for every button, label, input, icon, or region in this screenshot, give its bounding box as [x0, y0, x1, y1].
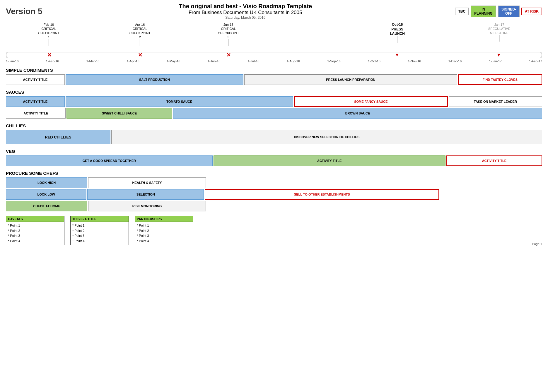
note-caveats: CAVEATS * Point 1 * Point 2 * Point 3 * … — [6, 216, 64, 245]
title-point-2: * Point 2 — [72, 228, 127, 234]
tick-5: ▼ — [496, 52, 501, 58]
section-title-chefs: PROCURE SOME CHEFS — [6, 171, 542, 176]
milestone-2-line — [140, 39, 140, 46]
axis-feb17: 1-Feb-17 — [529, 59, 542, 63]
chillies-rows: RED CHILLIES DISCOVER NEW SELECTION OF C… — [6, 130, 542, 144]
note-title-body: * Point 1 * Point 2 * Point 3 * Point 4 — [71, 222, 129, 245]
legend-signed-off: SIGNED-OFF — [498, 6, 520, 17]
bar-activity-title-veg-2: ACTIVITY TITLE — [446, 155, 542, 166]
chefs-row-2-spacer — [440, 189, 542, 200]
bar-look-low: LOOK LOW — [6, 189, 86, 200]
milestones-row: Feb-16CRITICALCHECKPOINT1 Apr-16CRITICAL… — [6, 23, 542, 52]
footer-notes: CAVEATS * Point 1 * Point 2 * Point 3 * … — [6, 216, 542, 245]
bar-tomato-sauce: TOMATO SAUCE — [66, 96, 293, 107]
section-chillies: CHILLIES RED CHILLIES DISCOVER NEW SELEC… — [6, 123, 542, 144]
note-partnerships: PARTNERSHIPS * Point 1 * Point 2 * Point… — [135, 216, 193, 245]
bar-activity-title-2: ACTIVITY TITLE — [6, 96, 65, 107]
note-caveats-body: * Point 1 * Point 2 * Point 3 * Point 4 — [6, 222, 64, 245]
bar-good-spread: Get a good spread together — [6, 155, 213, 166]
bar-activity-title-3: ACTIVITY TITLE — [6, 108, 66, 119]
caveats-point-3: * Point 3 — [8, 233, 62, 239]
note-partnerships-header: PARTNERSHIPS — [135, 216, 193, 222]
chefs-row-2: LOOK LOW SELECTION SELL TO OTHER ESTABLI… — [6, 189, 542, 200]
bar-sell-other: SELL TO OTHER ESTABLISHMENTS — [205, 189, 439, 200]
milestone-2: Apr-16CRITICALCHECKPOINT2 — [129, 23, 151, 46]
header-date: Saturday, March 05, 2016 — [42, 16, 448, 20]
partnerships-point-3: * Point 3 — [137, 233, 191, 239]
partnerships-point-2: * Point 2 — [137, 228, 191, 234]
milestone-3: Jun-16CRITICALCHECKPOINT3 — [218, 23, 239, 46]
page-number: Page 1 — [532, 242, 542, 246]
axis-jan16: 1-Jan-16 — [6, 59, 18, 63]
legend-at-risk: AT RISK — [521, 8, 542, 15]
milestone-2-label: Apr-16CRITICALCHECKPOINT2 — [129, 23, 151, 39]
veg-row-1: Get a good spread together ACTIVITY TITL… — [6, 155, 542, 166]
timeline-section: Feb-16CRITICALCHECKPOINT1 Apr-16CRITICAL… — [6, 23, 542, 63]
bar-look-high: LOOK HIGH — [6, 177, 87, 188]
sauces-rows: ACTIVITY TITLE TOMATO SAUCE SOME FANCY S… — [6, 96, 542, 119]
section-veg: VEG Get a good spread together ACTIVITY … — [6, 149, 542, 166]
milestone-1-label: Feb-16CRITICALCHECKPOINT1 — [38, 23, 59, 39]
bar-activity-title-veg: ACTIVITY TITLE — [214, 155, 445, 166]
axis-dec16: 1-Dec-16 — [448, 59, 462, 63]
bar-health-safety: HEALTH & SAFETY — [88, 177, 206, 188]
chefs-row-3: CHECK AT HOME RISK MONITORING — [6, 201, 542, 211]
milestone-5: Jan-17SPECULATIVEMILESTONE — [488, 23, 510, 42]
title-point-4: * Point 4 — [72, 239, 127, 244]
chefs-row-1-spacer — [207, 177, 542, 188]
bar-activity-title-1: ACTIVITY TITLE — [6, 74, 65, 85]
main-title: The original and best - Visio Roadmap Te… — [42, 3, 448, 10]
caveats-point-4: * Point 4 — [8, 239, 62, 244]
chillies-row-1: RED CHILLIES DISCOVER NEW SELECTION OF C… — [6, 130, 542, 144]
partnerships-point-4: * Point 4 — [137, 239, 191, 244]
legend-in-planning: INPLANNING — [471, 6, 496, 17]
version-label: Version 5 — [6, 7, 42, 16]
bar-salt-production: SALT PRODUCTION — [66, 74, 244, 85]
legend-tbc: TBC — [455, 8, 469, 15]
bar-red-chillies: RED CHILLIES — [6, 130, 110, 144]
sauces-row-1: ACTIVITY TITLE TOMATO SAUCE SOME FANCY S… — [6, 96, 542, 107]
tick-3: ✕ — [226, 52, 231, 58]
milestone-3-label: Jun-16CRITICALCHECKPOINT3 — [218, 23, 239, 39]
axis-apr16: 1-Apr-16 — [127, 59, 139, 63]
note-partnerships-body: * Point 1 * Point 2 * Point 3 * Point 4 — [135, 222, 193, 245]
caveats-point-2: * Point 2 — [8, 228, 62, 234]
section-title-sauces: SAUCES — [6, 90, 542, 95]
milestone-4-label: Oct-16PRESSLAUNCH — [390, 23, 405, 36]
title-point-3: * Point 3 — [72, 233, 127, 239]
bar-discover-new-chillies: DISCOVER NEW SELECTION OF CHILLIES — [111, 130, 542, 144]
bar-check-at-home: CHECK AT HOME — [6, 201, 87, 211]
caveats-point-1: * Point 1 — [8, 223, 62, 228]
axis-oct16: 1-Oct-16 — [368, 59, 380, 63]
timeline-bar: ✕ ✕ ✕ ▼ ▼ — [6, 52, 542, 58]
sub-title: From Business Documents UK Consultants i… — [42, 10, 448, 16]
axis-mar16: 1-Mar-16 — [86, 59, 100, 63]
axis-aug16: 1-Aug-16 — [287, 59, 300, 63]
sauces-row-2: ACTIVITY TITLE SWEET CHILLI SAUCE BROWN … — [6, 108, 542, 119]
bar-take-on-market-leader: TAKE ON MARKET LEADER — [449, 96, 542, 107]
axis-labels: 1-Jan-16 1-Feb-16 1-Mar-16 1-Apr-16 1-Ma… — [6, 59, 542, 63]
section-chefs: PROCURE SOME CHEFS LOOK HIGH HEALTH & SA… — [6, 171, 542, 211]
section-simple-condiments: SIMPLE CONDIMENTS ACTIVITY TITLE SALT PR… — [6, 68, 542, 85]
milestone-4: Oct-16PRESSLAUNCH — [390, 23, 405, 43]
condiments-rows: ACTIVITY TITLE SALT PRODUCTION PRESS LAU… — [6, 74, 542, 85]
title-point-1: * Point 1 — [72, 223, 127, 228]
axis-jun16: 1-Jun-16 — [208, 59, 220, 63]
section-title-chillies: CHILLIES — [6, 123, 542, 128]
tick-1: ✕ — [47, 52, 52, 58]
chefs-row-1: LOOK HIGH HEALTH & SAFETY — [6, 177, 542, 188]
tick-4: ▼ — [395, 52, 400, 58]
axis-nov16: 1-Nov-16 — [408, 59, 421, 63]
axis-may16: 1-May-16 — [167, 59, 180, 63]
note-caveats-header: CAVEATS — [6, 216, 64, 222]
bar-selection: SELECTION — [87, 189, 204, 200]
milestone-1-line — [49, 39, 49, 46]
milestone-5-label: Jan-17SPECULATIVEMILESTONE — [488, 23, 510, 35]
bar-risk-monitoring: RISK MONITORING — [88, 201, 206, 211]
bar-press-launch-prep: PRESS LAUNCH PREPARATION — [244, 74, 457, 85]
bar-brown-sauce: BROWN SAUCE — [173, 108, 542, 119]
partnerships-point-1: * Point 1 — [137, 223, 191, 228]
milestone-5-line — [499, 35, 499, 42]
condiments-row-1: ACTIVITY TITLE SALT PRODUCTION PRESS LAU… — [6, 74, 542, 85]
chefs-rows: LOOK HIGH HEALTH & SAFETY LOOK LOW SELEC… — [6, 177, 542, 211]
